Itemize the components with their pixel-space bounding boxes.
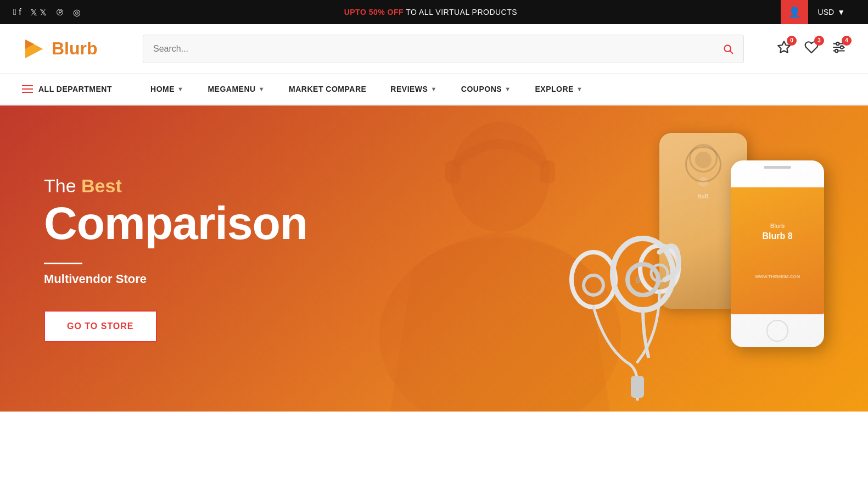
hero-subtitle-accent: Best xyxy=(81,175,122,196)
search-bar xyxy=(143,35,744,63)
dribbble-icon[interactable]: ◎ xyxy=(73,7,81,18)
nav-items: HOME ▼ MEGAMENU ▼ MARKET COMPARE REVIEWS… xyxy=(138,73,846,105)
nav-item-reviews[interactable]: REVIEWS ▼ xyxy=(378,73,449,105)
all-department-menu[interactable]: ALL DEPARTMENT xyxy=(22,85,112,93)
svg-rect-19 xyxy=(631,376,644,398)
promo-text: TO ALL VIRTUAL PRODUCTS xyxy=(404,8,517,16)
nav-item-coupons[interactable]: COUPONS ▼ xyxy=(449,73,523,105)
phone-screen: Blurb Blurb 8 WWW.THEMEIM.COM xyxy=(731,187,824,314)
phone-front: Blurb Blurb 8 WWW.THEMEIM.COM xyxy=(731,160,824,347)
main-nav: ALL DEPARTMENT HOME ▼ MEGAMENU ▼ MARKET … xyxy=(0,74,868,105)
wishlist-badge: 0 xyxy=(787,36,797,46)
currency-chevron-icon: ▼ xyxy=(837,8,845,16)
user-button[interactable]: 👤 xyxy=(781,0,808,24)
logo[interactable]: Blurb xyxy=(22,36,121,62)
hero-tagline: Multivendor Store xyxy=(44,272,307,286)
nav-reviews-chevron: ▼ xyxy=(430,86,436,92)
svg-point-8 xyxy=(836,42,839,45)
logo-icon xyxy=(22,36,47,62)
wishlist-icon-wrap[interactable]: 0 xyxy=(777,40,791,58)
hero-products: B ItuB Blurb Blurb 8 WWW.THEMEIM.COM xyxy=(572,116,835,412)
heart-icon-wrap[interactable]: 3 xyxy=(804,40,819,58)
go-to-store-button[interactable]: GO TO STORE xyxy=(44,310,157,342)
svg-point-22 xyxy=(628,264,658,295)
nav-megamenu-chevron: ▼ xyxy=(259,86,265,92)
svg-line-3 xyxy=(730,51,733,53)
nav-home-chevron: ▼ xyxy=(177,86,183,92)
facebook-icon[interactable]:  f xyxy=(13,7,21,18)
compare-icon-wrap[interactable]: 4 xyxy=(832,40,846,58)
phone-label: Blurb 8 xyxy=(755,231,800,241)
header-icons: 0 3 4 xyxy=(777,40,846,58)
nav-explore-label: EXPLORE xyxy=(535,85,574,93)
phone-home-button xyxy=(766,320,788,342)
svg-point-9 xyxy=(841,46,843,48)
logo-text: Blurb xyxy=(52,38,98,59)
phone-speaker xyxy=(764,166,791,169)
hero-subtitle: The Best xyxy=(44,175,307,197)
top-bar-right: 👤 USD ▼ xyxy=(781,0,855,24)
hero-divider xyxy=(44,263,82,264)
nav-market-compare-label: MARKET COMPARE xyxy=(289,85,366,93)
beats-earphone-icon: B xyxy=(599,225,709,368)
nav-coupons-chevron: ▼ xyxy=(505,86,511,92)
search-button[interactable] xyxy=(713,35,743,63)
hero-subtitle-plain: The xyxy=(44,175,81,196)
search-input[interactable] xyxy=(143,44,713,54)
nav-item-home[interactable]: HOME ▼ xyxy=(138,73,195,105)
promo-banner: UPTO 50% OFF TO ALL VIRTUAL PRODUCTS xyxy=(81,8,780,16)
svg-point-11 xyxy=(451,122,550,232)
nav-item-market-compare[interactable]: MARKET COMPARE xyxy=(277,73,378,105)
nav-item-megamenu[interactable]: MEGAMENU ▼ xyxy=(195,73,277,105)
nav-megamenu-label: MEGAMENU xyxy=(208,85,255,93)
svg-rect-12 xyxy=(445,160,461,184)
heart-badge: 3 xyxy=(814,36,824,46)
currency-selector[interactable]: USD ▼ xyxy=(808,0,855,24)
social-links:  f 𝕏 𝕏 ℗ ◎ xyxy=(13,7,81,18)
nav-home-label: HOME xyxy=(150,85,175,93)
compare-badge: 4 xyxy=(842,36,852,46)
hamburger-icon xyxy=(22,85,33,93)
nav-reviews-label: REVIEWS xyxy=(390,85,428,93)
nav-item-explore[interactable]: EXPLORE ▼ xyxy=(523,73,595,105)
nav-explore-chevron: ▼ xyxy=(576,86,583,92)
all-dept-label: ALL DEPARTMENT xyxy=(38,85,112,93)
promo-highlight: UPTO 50% OFF xyxy=(344,8,404,16)
phone-sublabel: WWW.THEMEIM.COM xyxy=(755,274,800,279)
twitter-icon[interactable]: 𝕏 𝕏 xyxy=(30,7,47,18)
pinterest-icon[interactable]: ℗ xyxy=(55,7,64,18)
hero-content: The Best Comparison Multivendor Store GO… xyxy=(0,175,307,342)
svg-rect-13 xyxy=(540,160,555,184)
svg-text:B: B xyxy=(635,276,641,285)
top-bar:  f 𝕏 𝕏 ℗ ◎ UPTO 50% OFF TO ALL VIRTUAL … xyxy=(0,0,868,24)
svg-point-10 xyxy=(835,49,838,52)
search-icon xyxy=(723,43,733,54)
hero-title: Comparison xyxy=(44,200,307,246)
hero-banner: The Best Comparison Multivendor Store GO… xyxy=(0,105,868,412)
nav-coupons-label: COUPONS xyxy=(461,85,502,93)
currency-label: USD xyxy=(818,8,835,16)
header: Blurb 0 3 xyxy=(0,24,868,74)
